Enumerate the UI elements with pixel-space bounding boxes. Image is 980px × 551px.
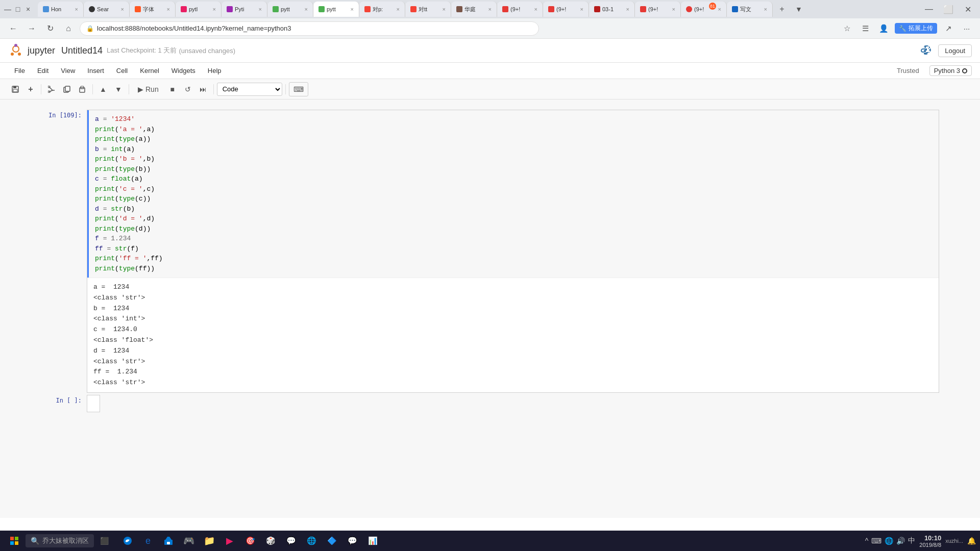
tab-close-jupyter[interactable]: × [351, 6, 354, 12]
move-up-button[interactable]: ▲ [96, 82, 110, 96]
tab-close-15[interactable]: × [764, 6, 767, 12]
start-button[interactable] [4, 533, 24, 549]
game-app[interactable]: 🎮 [180, 532, 198, 550]
tab-close-9[interactable]: × [443, 6, 446, 12]
close-window-button[interactable]: ✕ [960, 1, 976, 17]
minimize-button[interactable]: — [4, 6, 11, 13]
tray-volume-icon[interactable]: 🔊 [896, 537, 905, 545]
stop-button[interactable]: ■ [165, 82, 180, 96]
app-9[interactable]: 🎲 [261, 532, 280, 550]
tray-ime-icon[interactable]: 中 [908, 536, 915, 545]
cell-empty-content[interactable] [87, 395, 100, 412]
tab-close-4[interactable]: × [213, 6, 216, 12]
copy-button[interactable] [60, 82, 74, 96]
more-button[interactable]: ··· [960, 21, 974, 36]
run-button[interactable]: ▶ Run [132, 82, 164, 96]
browser-tab-14[interactable]: (9+! × [635, 2, 681, 17]
app-10[interactable]: 💬 [282, 532, 300, 550]
taskbar-clock[interactable]: 10:10 2019/8/8 [919, 534, 941, 548]
browser-tab-3[interactable]: 字体 × [130, 2, 176, 17]
refresh-button[interactable]: ↻ [43, 21, 57, 36]
tab-close-8[interactable]: × [397, 6, 400, 12]
ppt-app[interactable]: 📊 [363, 532, 382, 550]
menu-file[interactable]: File [8, 65, 31, 77]
tab-close-badge[interactable]: × [718, 6, 721, 12]
new-tab-button[interactable]: + [775, 2, 789, 16]
menu-help[interactable]: Help [202, 65, 228, 77]
cell-109-content[interactable]: a = '1234' print('a = ',a) print(type(a)… [87, 110, 939, 393]
cell-type-select[interactable]: Code Markdown Raw NBConvert [217, 83, 282, 96]
menu-cell[interactable]: Cell [110, 65, 134, 77]
tab-close-14[interactable]: × [672, 6, 675, 12]
browser-app[interactable] [118, 532, 137, 550]
tray-keyboard-icon[interactable]: ⌨ [871, 537, 881, 545]
paste-button[interactable] [75, 82, 89, 96]
save-button[interactable] [8, 82, 22, 96]
reader-mode-button[interactable]: ☰ [858, 21, 872, 36]
tray-network-icon[interactable]: 🌐 [885, 537, 893, 545]
browser-tab-15[interactable]: 写文 × [727, 2, 773, 17]
restart-run-button[interactable]: ⏭ [196, 82, 210, 96]
logout-button[interactable]: Logout [938, 44, 972, 57]
browser-tab-jupyter[interactable]: pytt × [313, 2, 359, 17]
tab-close-11[interactable]: × [534, 6, 537, 12]
browser-tab-6[interactable]: pytt × [267, 2, 313, 17]
cell-empty-input[interactable] [87, 395, 100, 412]
keyboard-shortcuts-button[interactable]: ⌨ [289, 82, 308, 96]
tab-close-12[interactable]: × [580, 6, 583, 12]
favorites-button[interactable]: ☆ [840, 21, 854, 36]
browser-tab-13[interactable]: 03-1 × [589, 2, 635, 17]
browser-tab-11[interactable]: (9+! × [497, 2, 543, 17]
restore-window-button[interactable]: ⬜ [940, 1, 957, 17]
tray-expand-icon[interactable]: ^ [865, 537, 869, 545]
wechat-app[interactable]: 💬 [343, 532, 361, 550]
cell-109-input[interactable]: a = '1234' print('a = ',a) print(type(a)… [87, 110, 939, 278]
menu-widgets[interactable]: Widgets [165, 65, 202, 77]
menu-view[interactable]: View [55, 65, 81, 77]
account-button[interactable]: 👤 [876, 21, 891, 36]
share-button[interactable]: ↗ [941, 21, 955, 36]
forward-button[interactable]: → [24, 21, 39, 36]
minimize-window-button[interactable]: — [921, 1, 937, 17]
menu-kernel[interactable]: Kernel [134, 65, 165, 77]
notebook-title[interactable]: Untitled14 [61, 45, 103, 56]
address-input[interactable]: 🔒 localhost:8888/notebooks/Untitled14.ip… [80, 21, 539, 36]
back-button[interactable]: ← [6, 21, 20, 36]
app-11[interactable]: 🌐 [302, 532, 321, 550]
browser-tab-badge[interactable]: 81 (9+! × [681, 2, 727, 17]
app-8[interactable]: 🎯 [241, 532, 259, 550]
menu-edit[interactable]: Edit [31, 65, 55, 77]
browser-tab-12[interactable]: (9+! × [543, 2, 589, 17]
tab-close-5[interactable]: × [259, 6, 262, 12]
tab-close-10[interactable]: × [488, 6, 492, 12]
home-button[interactable]: ⌂ [61, 21, 76, 36]
move-down-button[interactable]: ▼ [111, 82, 126, 96]
add-cell-button[interactable]: + [23, 82, 38, 96]
tab-close-search[interactable]: × [121, 6, 124, 12]
browser-tab-search[interactable]: Sear × [84, 2, 130, 17]
tab-close-3[interactable]: × [167, 6, 170, 12]
browser-tab-hon[interactable]: Hon × [38, 2, 84, 17]
taskbar-search[interactable]: 🔍 乔大妹被取消区 [26, 534, 94, 547]
media-app[interactable]: ▶ [220, 532, 239, 550]
browser-tab-8[interactable]: 对p: × [359, 2, 405, 17]
tab-list-button[interactable]: ▼ [795, 5, 802, 13]
browser-tab-4[interactable]: pytl × [176, 2, 222, 17]
browser-tab-9[interactable]: 对tt × [405, 2, 451, 17]
restore-button[interactable]: □ [14, 6, 21, 13]
restart-button[interactable]: ↺ [181, 82, 195, 96]
store-app[interactable] [159, 532, 178, 550]
notifications-icon[interactable]: 🔔 [967, 537, 976, 545]
tab-close-13[interactable]: × [626, 6, 629, 12]
extension-button[interactable]: 🔧 拓展上传 [895, 23, 937, 34]
ie-app[interactable]: e [139, 532, 157, 550]
app-12[interactable]: 🔷 [323, 532, 341, 550]
close-button[interactable]: × [24, 6, 32, 13]
cut-button[interactable] [44, 82, 59, 96]
tab-close-6[interactable]: × [305, 6, 308, 12]
browser-tab-10[interactable]: 华庭 × [451, 2, 497, 17]
file-explorer-app[interactable]: 📁 [200, 532, 218, 550]
task-view-button[interactable]: ⬛ [95, 532, 113, 550]
tab-close-hon[interactable]: × [75, 6, 78, 12]
menu-insert[interactable]: Insert [81, 65, 110, 77]
